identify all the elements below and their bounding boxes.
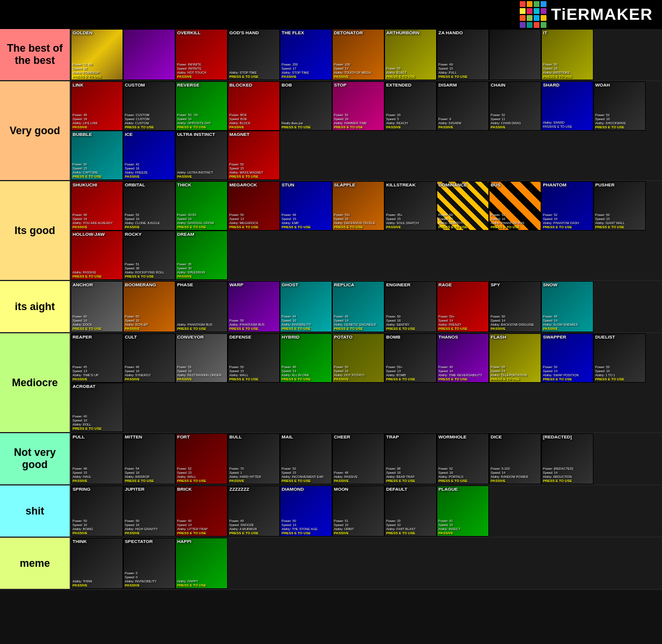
item-card[interactable]: DETONATORPower: 100 Speed: 17 Ability: T… <box>332 29 384 80</box>
item-card[interactable]: SPECTATORPower: 0 Speed: 0 Ability: INVI… <box>123 538 175 589</box>
item-card[interactable]: RAGEPower: 50+ Speed: 14 Ability: FRENZY… <box>437 281 489 332</box>
item-card[interactable]: SHUKUCHIPower: 48 Speed: 16 Ability: YOU… <box>71 181 123 231</box>
item-bottom: Power: 49 Speed: 15 Ability: PULLPRESS E… <box>438 63 487 78</box>
item-card[interactable]: PULLPower: 48 Speed: 15 Ability: HAULPAS… <box>71 433 123 484</box>
item-press: PASSIVE <box>125 584 174 587</box>
item-card[interactable]: BLOCKEDPower: BOE Speed: BOE Ability: BL… <box>228 81 280 131</box>
item-card[interactable]: STUNPower: 49 Speed: 15 Ability: EMPPRES… <box>280 181 332 231</box>
item-press: PRESS E TO USE <box>595 225 644 229</box>
item-card[interactable]: BUSPower: 52 Speed: 16 Ability: PHANTOM … <box>489 181 541 231</box>
item-card[interactable]: TRAPPower: 98 Speed: 16 Ability: BEAR TR… <box>384 433 437 484</box>
item-card[interactable]: DOMINANCEPower: 50 Speed: 16 Ability: GR… <box>437 181 489 231</box>
item-card[interactable]: OVERKILLPower: INFINITE Speed: INFINITE … <box>175 29 228 80</box>
item-press: PRESS E TO USE <box>125 275 174 278</box>
item-card[interactable]: BOMBPower: 50+ Speed: 13 Ability: BOMBPR… <box>384 333 437 383</box>
item-card[interactable]: MAILPower: 52 Speed: 15 Ability: INCONVE… <box>280 433 332 484</box>
item-card[interactable]: THINKAbility: THINKPASSIVE <box>71 538 123 589</box>
item-card[interactable]: DISARMPower: 9 Ability: DISARMPASSIVE <box>437 81 489 131</box>
item-card[interactable]: GHOSTPower: 44 Speed: 16 Ability: INVISI… <box>280 281 332 332</box>
item-card[interactable]: BOOMERANGPower: 50 Speed: 16 Ability: SC… <box>123 281 175 332</box>
item-press: PASSIVE <box>73 479 121 483</box>
item-card[interactable]: BRICKPower: 40 Speed: 14 Ability: LITTER… <box>175 485 228 537</box>
item-stats: Power: 48 Speed: 13 Ability: TELEPORTATI… <box>491 365 539 377</box>
item-bottom: Power: 50 Speed: 16 Ability: HIGH GRAVIT… <box>125 519 174 535</box>
item-card[interactable]: MEGAROCKPower: 50 Speed: 13 Ability: MEG… <box>228 181 280 231</box>
item-card[interactable]: CHEERPower: 48 Ability: PASSIVEPASSIVE <box>332 433 384 484</box>
item-card[interactable]: DICEPower: 5-100 Speed: 14 Ability: RAND… <box>489 433 541 484</box>
item-card[interactable]: FLASHPower: 48 Speed: 13 Ability: TELEPO… <box>489 333 541 383</box>
item-card[interactable]: SHARDAbility: SHARD PASSIVE E TO USE <box>541 81 593 131</box>
item-card[interactable]: MAGNETPower: 50 Speed: 15 Ability: MASS … <box>228 131 280 180</box>
item-card[interactable]: DIAMONDPower: 50 Speed: 13 Ability: THE … <box>280 485 332 537</box>
item-card[interactable]: DUELISTPower: 50 Speed: 16 Ability: 1 TO… <box>593 333 646 383</box>
item-card[interactable]: CONVEYORPower: 52 Speed: 16 Ability: RES… <box>175 333 228 383</box>
item-card[interactable]: SNOWPower: 48 Speed: 14 Ability: SLOW EN… <box>541 281 593 332</box>
item-card[interactable]: ZA HANDOPower: 49 Speed: 15 Ability: PUL… <box>437 29 489 80</box>
item-card[interactable]: KILLSTREAKPower: 35+ Speed: 15 Ability: … <box>384 181 437 231</box>
item-card[interactable]: CULTPower: 46 Speed: 16 Ability: SYNERGY… <box>123 333 175 383</box>
item-card[interactable]: ULTRA INSTINCTAbility: ULTRA INSTINCTPAS… <box>175 131 228 180</box>
item-card[interactable]: GOD'S HANDAbility: STOP TIMEPRESS E TO U… <box>228 29 280 80</box>
item-stats: Power: 45 Speed: 13 Ability: TIME'S UP <box>73 365 121 377</box>
item-card[interactable]: ICEPower: 42 Speed: 16 Ability: FREEZEPA… <box>123 131 175 180</box>
item-card[interactable]: EXTENDEDPower: 20 Speed: 5 Ability: REAC… <box>384 81 437 131</box>
item-card[interactable]: ROCKYPower: 51 Speed: 36 Ability: ROCKIF… <box>123 231 175 280</box>
item-card[interactable]: SLAPPLEPower: 53+ Speed: 16 Ability: DEF… <box>332 181 384 231</box>
item-bottom: Power: 50 Speed: 16 Ability: SCHLEPPASSI… <box>125 315 174 330</box>
item-card[interactable]: POTATOPower: 50 Speed: 16 Ability: HOT P… <box>332 333 384 383</box>
item-card[interactable]: SPRINGPower: 50 Speed: 16 Ability: BOING… <box>71 485 123 537</box>
item-card[interactable]: BULLPower: 70 Speed: 1 Ability: HARD HIT… <box>228 433 280 484</box>
item-card[interactable]: HAPPIAbility: HAPPYPRESS E TO USE <box>175 538 228 589</box>
item-card[interactable]: REVERSEPower: 50, -50 Speed: 16 Ability:… <box>175 81 228 131</box>
tier-items-s: GOLDENPower: 52, 68 Speed: 16 Ability: P… <box>70 29 662 80</box>
item-card[interactable]: PHASEAbility: PHANTASM BUSPRESS E TO USE <box>175 281 228 332</box>
item-card[interactable]: SWAPPERPower: 50 Speed: 14 Ability: SWAP… <box>541 333 593 383</box>
item-card[interactable]: ENGINEERPower: 50 Speed: 16 Ability: SEN… <box>384 281 437 332</box>
item-card[interactable]: STOPPower: 52 Speed: 16 Ability: HAMMER … <box>332 81 384 131</box>
item-card[interactable]: FORTPower: 52 Speed: 15 Ability: WALLPRE… <box>175 433 228 484</box>
item-card[interactable]: MOONPower: 51 Speed: 10 Ability: ORBITPA… <box>332 485 384 537</box>
item-card[interactable]: BUBBLEPower: 50 Speed: 15 Ability: CAPTU… <box>71 131 123 180</box>
item-card[interactable] <box>123 29 175 80</box>
item-card[interactable]: CUSTOMPower: CUSTOM Speed: CUSTOM Abilit… <box>123 81 175 131</box>
item-card[interactable]: PUSHERPower: 50 Speed: 15 Ability: GIANT… <box>593 181 646 231</box>
item-bottom: Power: 51 Speed: 10 Ability: ORBITPASSIV… <box>334 519 383 535</box>
item-bottom: Power: 52 Speed: 16 Ability: HAMMER TIME… <box>334 113 383 129</box>
item-card[interactable]: WOAHPower: 52 Speed: 16 Ability: SHOCKWA… <box>593 81 646 131</box>
item-card[interactable]: [REDACTED]Power: [REDACTED] Speed: 14 Ab… <box>541 433 593 484</box>
item-card[interactable]: REPLICAPower: 46 Speed: 14 Ability: GENE… <box>332 281 384 332</box>
item-stats: Power: 250 Speed: 17 Ability: STOP TIME <box>282 63 330 75</box>
item-card[interactable]: DEFAULTPower: 20 Speed: 10 Ability: FART… <box>384 485 437 537</box>
item-card[interactable]: THANOSPower: 49 Speed: 14 Ability: TIME … <box>437 333 489 383</box>
item-card[interactable]: THE FLEXPower: 250 Speed: 17 Ability: ST… <box>280 29 332 80</box>
item-card[interactable]: HOLLOW-JAWAbility: PASSIVEPRESS E TO USE <box>71 231 123 280</box>
item-card[interactable]: BOBReally likes piePRESS E TO USE <box>280 81 332 131</box>
item-stats: Power: 54 Speed: 16 Ability: AIRDROP <box>125 467 174 479</box>
item-card[interactable]: REAPERPower: 45 Speed: 13 Ability: TIME'… <box>71 333 123 383</box>
item-stats: Power: 50+ Speed: 14 Ability: FRENZY <box>438 315 487 327</box>
item-card[interactable]: THICKPower: 20-60 Speed: 16 Ability: GRA… <box>175 181 228 231</box>
item-card[interactable]: MITTENPower: 54 Speed: 16 Ability: AIRDR… <box>123 433 175 484</box>
item-card[interactable]: PHANTOMPower: 52 Speed: 15 Ability: PHAN… <box>541 181 593 231</box>
item-card[interactable]: ACROBATPower: 40 Speed: 10 Ability: ROLL… <box>71 383 123 432</box>
item-bottom: Ability: ULTRA INSTINCTPASSIVE <box>177 171 226 178</box>
item-card[interactable]: JUPITERPower: 50 Speed: 16 Ability: HIGH… <box>123 485 175 537</box>
item-card[interactable]: ORBITALPower: 52 Speed: 16 Ability: CLON… <box>123 181 175 231</box>
item-card[interactable]: DEFENSEPower: 50 Speed: 15 Ability: WALL… <box>228 333 280 383</box>
item-card[interactable]: GOLDENPower: 52, 68 Speed: 16 Ability: P… <box>71 29 123 80</box>
item-card[interactable]: ZZZZZZZPower: 40 Speed: SNOOZE Ability: … <box>228 485 280 537</box>
item-card[interactable]: ARTHURBORNPower: 55 Ability: BLASTPRESS … <box>384 29 437 80</box>
item-card[interactable]: ITPower: 50 Speed: 16 Ability: AIRSTRIKE… <box>541 29 593 80</box>
item-card[interactable] <box>489 29 541 80</box>
item-card[interactable]: LINKPower: 48 Speed: 16 Ability: LIFE LI… <box>71 81 123 131</box>
item-stats: Power: 50 Speed: 16 Ability: SCHLEP <box>125 315 174 327</box>
item-card[interactable]: PLAGUEPower: 41 Speed: 16 Ability: INSEC… <box>437 485 489 537</box>
item-card[interactable]: HYBRIDPower: 48 Speed: 13 Ability: ALL I… <box>280 333 332 383</box>
item-card[interactable]: WARPPower: 50 Ability: PHANTASM BUSPRESS… <box>228 281 280 332</box>
item-card[interactable]: DREAMPower: 35 Speed: 30 Ability: SPEEDR… <box>175 231 228 280</box>
item-card[interactable]: WORMHOLEPower: 52 Speed: 16 Ability: POR… <box>437 433 489 484</box>
item-card[interactable]: SPYPower: 50 Speed: 14 Ability: BACKSTAB… <box>489 281 541 332</box>
item-card[interactable]: CHAINPower: 52 Speed: 11 Ability: CHAIN … <box>489 81 541 131</box>
item-card[interactable]: ANCHORPower: 60 Speed: 16 Ability: DOCKP… <box>71 281 123 332</box>
item-press: PASSIVE <box>73 584 121 587</box>
